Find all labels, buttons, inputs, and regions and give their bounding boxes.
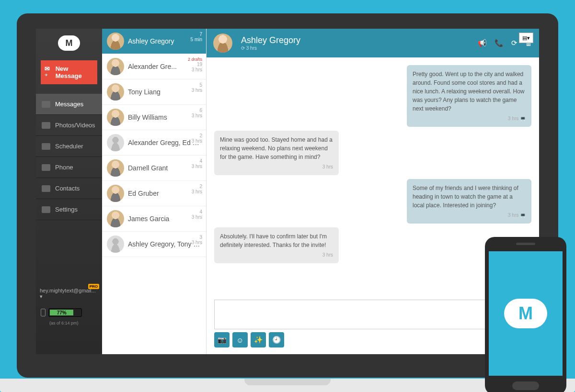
nav-icon	[42, 185, 50, 192]
conversation-meta: 23 hrs	[192, 184, 202, 194]
conversation-meta: 43 hrs	[192, 158, 202, 169]
chat-avatar	[213, 34, 232, 53]
nav-photos-videos[interactable]: Photos/Videos	[36, 115, 102, 136]
conversation-item[interactable]: Tony Liang53 hrs	[102, 79, 206, 105]
nav-icon	[42, 143, 50, 150]
nav-label: Photos/Videos	[55, 122, 95, 129]
conversation-item[interactable]: Darnell Grant43 hrs	[102, 156, 206, 181]
conversation-item[interactable]: Billy Williams63 hrs	[102, 105, 206, 130]
message-timestamp: 3 hrs	[220, 163, 333, 170]
magic-button[interactable]: ✨	[251, 332, 266, 347]
conversation-item[interactable]: Ashley Gregory75 min	[102, 29, 206, 54]
message-text: Absolutely. I'll have to confirm later b…	[220, 232, 333, 249]
conversation-name: Billy Williams	[128, 113, 201, 121]
message-incoming: Mine was good too. Stayed home and had a…	[214, 131, 339, 175]
conversation-name: Tony Liang	[128, 88, 201, 96]
nav-icon	[42, 122, 50, 129]
message-timestamp: 3 hrs	[413, 212, 526, 219]
call-icon[interactable]: 📞	[494, 39, 504, 47]
nav-messages[interactable]: Messages	[36, 94, 102, 115]
message-outgoing: Some of my friends and I were thinking o…	[407, 179, 531, 224]
message-timestamp: 3 hrs	[220, 251, 333, 258]
refresh-icon[interactable]: ⟳	[511, 39, 518, 47]
view-toggle[interactable]: ▤▾	[519, 33, 533, 43]
new-message-button[interactable]: ✉⁺ New Message	[41, 60, 97, 84]
conversation-avatar	[107, 33, 124, 50]
nav-label: Messages	[55, 101, 83, 108]
conversation-meta: 23 hrs	[192, 133, 202, 144]
message-outgoing: Pretty good. Went up to the city and wal…	[407, 65, 531, 127]
conversation-name: James Garcia	[128, 215, 201, 223]
chat-header: Ashley Gregory ⟳ 3 hrs 📢 📞 ⟳ 🗑	[207, 29, 539, 57]
message-input[interactable]	[214, 300, 531, 329]
conversation-name: Alexander Gregg, Ed Gruber	[128, 139, 201, 146]
camera-button[interactable]: 📷	[214, 332, 230, 347]
phone-mockup: M	[485, 237, 566, 392]
phone-logo-icon: M	[504, 299, 547, 328]
nav-label: Scheduler	[55, 143, 83, 150]
nav-scheduler[interactable]: Scheduler	[36, 136, 102, 157]
conversation-meta: 33 hrs	[192, 235, 202, 245]
battery-percent: 77%	[50, 310, 73, 315]
conversation-avatar	[107, 134, 124, 151]
nav-icon	[42, 101, 50, 108]
conversation-meta: 43 hrs	[192, 209, 202, 220]
new-message-label: New Message	[56, 65, 93, 79]
pro-badge: PRO	[88, 284, 99, 289]
schedule-button[interactable]: 🕘	[269, 332, 284, 347]
conversation-avatar	[107, 159, 124, 177]
conversation-item[interactable]: Ashley Gregory, Tony Liang33 hrs	[102, 232, 206, 257]
message-text: Mine was good too. Stayed home and had a…	[220, 135, 333, 161]
conversation-avatar	[107, 235, 124, 253]
announce-icon[interactable]: 📢	[478, 39, 487, 47]
laptop-frame: M ✉⁺ New Message MessagesPhotos/VideosSc…	[17, 13, 558, 378]
message-timestamp: 3 hrs	[413, 115, 526, 122]
app-screen: M ✉⁺ New Message MessagesPhotos/VideosSc…	[36, 29, 539, 354]
app-logo: M	[36, 29, 102, 57]
conversation-meta: 2 drafts193 hrs	[188, 57, 202, 72]
message-text: Pretty good. Went up to the city and wal…	[413, 70, 526, 113]
conversation-avatar	[107, 58, 124, 75]
sidebar: M ✉⁺ New Message MessagesPhotos/VideosSc…	[36, 29, 102, 354]
conversation-meta: 63 hrs	[192, 108, 202, 118]
conversation-item[interactable]: Ed Gruber23 hrs	[102, 181, 206, 206]
conversation-avatar	[107, 109, 124, 126]
message-incoming: Absolutely. I'll have to confirm later b…	[214, 227, 339, 263]
chat-contact-name: Ashley Gregory	[241, 35, 300, 45]
conversation-item[interactable]: Alexander Gregg, Ed Gruber23 hrs	[102, 130, 206, 156]
sync-time: 3 hrs	[246, 45, 257, 51]
nav-icon	[42, 206, 50, 213]
nav-label: Contacts	[55, 185, 80, 192]
conversation-meta: 53 hrs	[192, 82, 202, 93]
nav-contacts[interactable]: Contacts	[36, 178, 102, 199]
nav-label: Phone	[55, 164, 73, 171]
conversation-avatar	[107, 210, 124, 227]
conversation-avatar	[107, 185, 124, 202]
conversation-name: Ashley Gregory, Tony Liang	[128, 240, 201, 248]
emoji-button[interactable]: ☺	[232, 332, 248, 347]
conversation-name: Darnell Grant	[128, 164, 201, 172]
nav-label: Settings	[55, 206, 78, 213]
nav-phone[interactable]: Phone	[36, 157, 102, 178]
account-email-text: hey.mightytext@gmail...	[40, 288, 96, 293]
conversation-list: Ashley Gregory75 minAlexander Gre...2 dr…	[102, 29, 207, 354]
compose-icon: ✉⁺	[45, 65, 53, 79]
battery-indicator: 77%	[36, 304, 102, 321]
nav-icon	[42, 164, 50, 171]
conversation-item[interactable]: Alexander Gre...2 drafts193 hrs	[102, 54, 206, 79]
logo-icon: M	[58, 35, 80, 51]
conversation-item[interactable]: James Garcia43 hrs	[102, 206, 206, 232]
message-text: Some of my friends and I were thinking o…	[413, 184, 526, 210]
conversation-avatar	[107, 83, 124, 101]
battery-timestamp: (as of 6:14 pm)	[36, 321, 102, 325]
conversation-name: Ed Gruber	[128, 190, 201, 197]
phone-icon	[41, 309, 46, 316]
nav-settings[interactable]: Settings	[36, 199, 102, 220]
account-email[interactable]: PRO hey.mightytext@gmail... ▾	[36, 283, 102, 304]
conversation-meta: 75 min	[191, 32, 202, 42]
